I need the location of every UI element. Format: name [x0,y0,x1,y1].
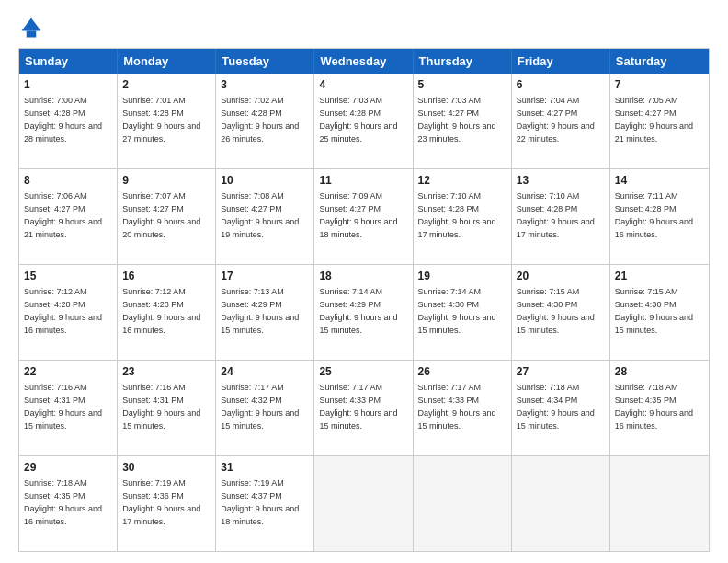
calendar-cell: 2Sunrise: 7:01 AMSunset: 4:28 PMDaylight… [118,74,216,168]
day-number: 7 [615,77,704,93]
day-number: 10 [221,173,309,189]
calendar-cell: 26Sunrise: 7:17 AMSunset: 4:33 PMDayligh… [414,361,512,455]
cell-info: Sunrise: 7:14 AMSunset: 4:29 PMDaylight:… [319,287,397,335]
cell-info: Sunrise: 7:12 AMSunset: 4:28 PMDaylight:… [24,287,102,335]
day-number: 14 [615,173,704,189]
cell-info: Sunrise: 7:10 AMSunset: 4:28 PMDaylight:… [517,191,595,239]
day-number: 22 [24,364,112,380]
day-number: 18 [319,269,407,284]
day-number: 13 [517,173,605,189]
day-number: 26 [418,364,506,380]
day-header-saturday: Saturday [610,49,709,74]
cell-info: Sunrise: 7:01 AMSunset: 4:28 PMDaylight:… [122,96,200,144]
page: SundayMondayTuesdayWednesdayThursdayFrid… [0,0,728,563]
calendar-cell: 6Sunrise: 7:04 AMSunset: 4:27 PMDaylight… [512,74,610,168]
day-number: 25 [319,364,407,380]
cell-info: Sunrise: 7:11 AMSunset: 4:28 PMDaylight:… [615,191,693,239]
day-number: 12 [418,173,506,189]
calendar-cell: 22Sunrise: 7:16 AMSunset: 4:31 PMDayligh… [19,361,118,455]
calendar-cell [512,456,610,551]
calendar-row-3: 15Sunrise: 7:12 AMSunset: 4:28 PMDayligh… [19,265,709,361]
cell-info: Sunrise: 7:15 AMSunset: 4:30 PMDaylight:… [517,287,595,335]
calendar-cell [610,456,709,551]
calendar-cell: 24Sunrise: 7:17 AMSunset: 4:32 PMDayligh… [216,361,314,455]
calendar-cell: 25Sunrise: 7:17 AMSunset: 4:33 PMDayligh… [314,361,413,455]
logo-icon [18,15,44,40]
day-header-thursday: Thursday [414,49,512,74]
day-number: 9 [122,173,210,189]
header [18,15,710,40]
calendar-row-5: 29Sunrise: 7:18 AMSunset: 4:35 PMDayligh… [19,456,709,551]
cell-info: Sunrise: 7:18 AMSunset: 4:35 PMDaylight:… [24,478,102,526]
svg-rect-1 [27,31,37,38]
calendar-cell: 17Sunrise: 7:13 AMSunset: 4:29 PMDayligh… [216,265,314,360]
calendar-cell: 7Sunrise: 7:05 AMSunset: 4:27 PMDaylight… [610,74,709,168]
calendar-cell: 29Sunrise: 7:18 AMSunset: 4:35 PMDayligh… [19,456,118,551]
calendar-cell: 1Sunrise: 7:00 AMSunset: 4:28 PMDaylight… [19,74,118,168]
cell-info: Sunrise: 7:02 AMSunset: 4:28 PMDaylight:… [221,96,299,144]
day-number: 4 [319,77,407,93]
day-number: 21 [615,269,704,284]
day-number: 24 [221,364,309,380]
cell-info: Sunrise: 7:17 AMSunset: 4:33 PMDaylight:… [319,383,397,431]
day-number: 27 [517,364,605,380]
calendar-row-1: 1Sunrise: 7:00 AMSunset: 4:28 PMDaylight… [19,74,709,169]
calendar-cell: 16Sunrise: 7:12 AMSunset: 4:28 PMDayligh… [118,265,216,360]
day-number: 1 [24,77,112,93]
cell-info: Sunrise: 7:04 AMSunset: 4:27 PMDaylight:… [517,96,595,144]
calendar-cell [314,456,413,551]
calendar: SundayMondayTuesdayWednesdayThursdayFrid… [18,48,710,552]
day-header-tuesday: Tuesday [216,49,314,74]
day-number: 11 [319,173,407,189]
calendar-cell: 21Sunrise: 7:15 AMSunset: 4:30 PMDayligh… [610,265,709,360]
day-number: 2 [122,77,210,93]
day-header-friday: Friday [512,49,610,74]
cell-info: Sunrise: 7:16 AMSunset: 4:31 PMDaylight:… [122,383,200,431]
calendar-cell: 30Sunrise: 7:19 AMSunset: 4:36 PMDayligh… [118,456,216,551]
calendar-cell: 12Sunrise: 7:10 AMSunset: 4:28 PMDayligh… [414,169,512,264]
day-number: 19 [418,269,506,284]
logo [18,15,48,40]
calendar-cell: 10Sunrise: 7:08 AMSunset: 4:27 PMDayligh… [216,169,314,264]
day-number: 8 [24,173,112,189]
day-number: 5 [418,77,506,93]
day-number: 29 [24,460,112,476]
cell-info: Sunrise: 7:03 AMSunset: 4:27 PMDaylight:… [418,96,496,144]
day-number: 15 [24,269,112,284]
calendar-cell: 14Sunrise: 7:11 AMSunset: 4:28 PMDayligh… [610,169,709,264]
day-number: 17 [221,269,309,284]
cell-info: Sunrise: 7:19 AMSunset: 4:37 PMDaylight:… [221,478,299,526]
calendar-cell: 20Sunrise: 7:15 AMSunset: 4:30 PMDayligh… [512,265,610,360]
cell-info: Sunrise: 7:18 AMSunset: 4:35 PMDaylight:… [615,383,693,431]
calendar-cell: 15Sunrise: 7:12 AMSunset: 4:28 PMDayligh… [19,265,118,360]
svg-marker-0 [22,18,41,31]
cell-info: Sunrise: 7:08 AMSunset: 4:27 PMDaylight:… [221,191,299,239]
cell-info: Sunrise: 7:13 AMSunset: 4:29 PMDaylight:… [221,287,299,335]
cell-info: Sunrise: 7:14 AMSunset: 4:30 PMDaylight:… [418,287,496,335]
cell-info: Sunrise: 7:15 AMSunset: 4:30 PMDaylight:… [615,287,693,335]
cell-info: Sunrise: 7:19 AMSunset: 4:36 PMDaylight:… [122,478,200,526]
calendar-cell: 31Sunrise: 7:19 AMSunset: 4:37 PMDayligh… [216,456,314,551]
day-number: 30 [122,460,210,476]
day-number: 16 [122,269,210,284]
calendar-cell: 8Sunrise: 7:06 AMSunset: 4:27 PMDaylight… [19,169,118,264]
calendar-row-2: 8Sunrise: 7:06 AMSunset: 4:27 PMDaylight… [19,169,709,265]
day-number: 23 [122,364,210,380]
calendar-header: SundayMondayTuesdayWednesdayThursdayFrid… [19,49,709,74]
day-number: 3 [221,77,309,93]
cell-info: Sunrise: 7:18 AMSunset: 4:34 PMDaylight:… [517,383,595,431]
calendar-cell: 3Sunrise: 7:02 AMSunset: 4:28 PMDaylight… [216,74,314,168]
day-number: 6 [517,77,605,93]
calendar-row-4: 22Sunrise: 7:16 AMSunset: 4:31 PMDayligh… [19,361,709,456]
cell-info: Sunrise: 7:17 AMSunset: 4:32 PMDaylight:… [221,383,299,431]
calendar-body: 1Sunrise: 7:00 AMSunset: 4:28 PMDaylight… [19,74,709,551]
cell-info: Sunrise: 7:09 AMSunset: 4:27 PMDaylight:… [319,191,397,239]
cell-info: Sunrise: 7:03 AMSunset: 4:28 PMDaylight:… [319,96,397,144]
calendar-cell: 9Sunrise: 7:07 AMSunset: 4:27 PMDaylight… [118,169,216,264]
cell-info: Sunrise: 7:05 AMSunset: 4:27 PMDaylight:… [615,96,693,144]
day-header-sunday: Sunday [19,49,118,74]
day-number: 20 [517,269,605,284]
day-number: 28 [615,364,704,380]
day-header-wednesday: Wednesday [314,49,413,74]
calendar-cell: 23Sunrise: 7:16 AMSunset: 4:31 PMDayligh… [118,361,216,455]
